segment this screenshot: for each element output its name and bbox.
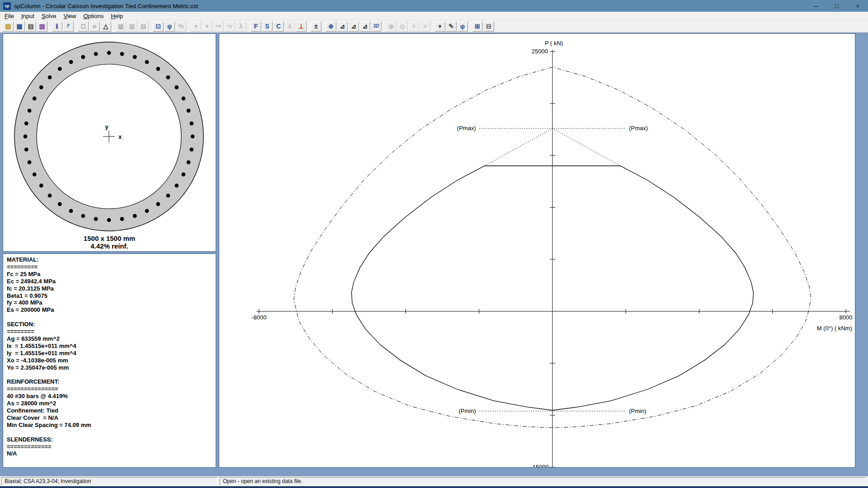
toolbar-group: □○△ <box>78 21 112 32</box>
toolbar-group: ⊡φ% <box>153 21 187 32</box>
rebar-dot <box>94 52 98 56</box>
irregular-grid-icon: + <box>194 23 198 29</box>
section-editor-icon: ✎ <box>448 23 454 29</box>
info-line <box>7 429 216 436</box>
view-3d-button[interactable]: 3D <box>371 21 382 32</box>
rebar-dot <box>69 60 73 64</box>
circular-section-button[interactable]: ○ <box>89 21 100 32</box>
info-line: Ag = 633559 mm^2 <box>7 335 216 343</box>
info-line <box>7 371 216 379</box>
rebar-dot <box>175 183 179 188</box>
m-axis-title: M (0°) ( kNm) <box>817 325 852 332</box>
open-button[interactable]: ▨ <box>3 21 14 32</box>
save-icon: ▦ <box>16 23 22 29</box>
rebar-dot <box>187 108 191 113</box>
mxmy-diagram-icon: ⊿ <box>362 23 368 29</box>
rebar-dot <box>48 75 52 80</box>
maximize-button[interactable]: □ <box>826 0 847 12</box>
add-remove-loads-button[interactable]: ± <box>311 21 321 32</box>
section-preview-panel: yx 1500 x 1500 mm 4.42% reinf. <box>3 33 216 252</box>
menu-input[interactable]: Input <box>18 12 38 20</box>
mxmy-diagram-button[interactable]: ⊿ <box>359 21 370 32</box>
info-line: REINFORCEMENT: <box>7 378 216 385</box>
material-properties-button[interactable]: f' <box>63 21 74 32</box>
rebar-dot <box>156 67 160 71</box>
control-points-button[interactable]: C <box>273 21 284 32</box>
rebar-dot <box>107 51 111 55</box>
toolbar-group: ⊕⊿⊿⊿3D <box>326 21 382 32</box>
info-line: SECTION: <box>7 321 216 328</box>
capacity-reduction-factors-button[interactable]: φ <box>164 21 175 32</box>
print-preview-button[interactable]: ▥ <box>37 21 47 32</box>
info-line: fy = 400 MPa <box>7 299 216 306</box>
service-loads-button[interactable]: S <box>262 21 273 32</box>
add-remove-loads-icon: ± <box>314 23 318 29</box>
menu-solve[interactable]: Solve <box>38 12 60 20</box>
rebar-circular-pattern-icon: ⊡ <box>156 23 161 29</box>
app-window: sp spColumn - Circular Caisson Investiga… <box>0 0 868 488</box>
m-left-tick-label: -8000 <box>251 314 266 321</box>
rebar-dot <box>81 214 85 218</box>
dxf-export-button[interactable]: ⊟ <box>483 21 494 32</box>
toolbar-group: +✎φ <box>434 21 468 32</box>
rebar-dot <box>94 217 98 221</box>
section-captions: 1500 x 1500 mm 4.42% reinf. <box>3 235 216 250</box>
general-info-icon: ℹ <box>56 23 58 29</box>
toolbar-group: ± <box>311 21 322 32</box>
control-points-icon: C <box>276 23 281 29</box>
pmin-label-left: (Pmin) <box>458 408 476 414</box>
interaction-diagram-panel: P ( kN)25000-15000-80008000M (0°) ( kNm)… <box>219 33 855 468</box>
rebar-dot <box>28 108 32 113</box>
print-icon: ▤ <box>28 23 33 29</box>
section-editor-button[interactable]: ✎ <box>446 21 457 32</box>
menu-file[interactable]: File <box>1 12 18 20</box>
results-table-button[interactable]: ⊞ <box>472 21 483 32</box>
rebar-dot <box>24 122 28 126</box>
rebar-dot <box>24 148 28 152</box>
menu-help[interactable]: Help <box>107 12 127 20</box>
close-button[interactable]: × <box>847 0 868 12</box>
save-button[interactable]: ▦ <box>14 21 25 32</box>
rebar-dot <box>166 75 170 80</box>
info-line: 40 #30 bars @ 4.419% <box>7 393 216 400</box>
view-3d-icon: 3D <box>373 24 379 28</box>
rebar-dot <box>24 135 28 139</box>
irregular-section-icon: △ <box>104 23 108 29</box>
mm-diagram-button[interactable]: ⊿ <box>348 21 359 32</box>
rebar-circular-pattern-button[interactable]: ⊡ <box>153 21 164 32</box>
rebar-dot <box>175 85 179 89</box>
general-info-button[interactable]: ℹ <box>52 21 62 32</box>
rebar-dot <box>166 193 170 197</box>
info-line: Ix = 1.45515e+011 mm^4 <box>7 343 216 350</box>
rebar-dot <box>120 217 124 221</box>
section-axes-button[interactable]: ⊕ <box>326 21 336 32</box>
pm-diagram-button[interactable]: ⊿ <box>337 21 348 32</box>
rectangular-section-button[interactable]: □ <box>78 21 89 32</box>
rebar-dot <box>58 202 62 206</box>
rebar-dot <box>181 173 185 177</box>
x-axis-label: x <box>118 133 122 140</box>
rebar-dot <box>133 214 137 218</box>
remove-points-icon: × <box>423 23 427 29</box>
info-line: N/A <box>7 450 216 457</box>
phi-unity-button[interactable]: φ <box>457 21 468 32</box>
flip-y-icon: +y <box>227 24 232 28</box>
flip-x-icon: +x <box>216 24 221 28</box>
section-axes-icon: ⊕ <box>328 23 334 29</box>
info-line: ========= <box>7 263 216 271</box>
toolbar: ▨▦▤▥ℹf'□○△▦▥▤⊡φ%+++x+yλFSCA⊥±⊕⊿⊿⊿3D◉◎××+… <box>0 20 868 33</box>
loads-button[interactable]: ⊥ <box>296 21 307 32</box>
minimize-button[interactable]: ─ <box>806 0 826 12</box>
origin-marker-button[interactable]: + <box>434 21 445 32</box>
loads-icon: ⊥ <box>298 23 304 29</box>
irregular-section-button[interactable]: △ <box>100 21 111 32</box>
menu-options[interactable]: Options <box>80 12 107 20</box>
menu-view[interactable]: View <box>60 12 80 20</box>
rebar-dot <box>48 193 52 197</box>
toolbar-group: ℹf' <box>52 21 74 32</box>
factored-loads-button[interactable]: F <box>250 21 261 32</box>
print-button[interactable]: ▤ <box>25 21 36 32</box>
rebar-dot <box>145 60 149 64</box>
p-axis-title: P ( kN) <box>545 40 563 47</box>
pm-diagram-icon: ⊿ <box>340 23 345 29</box>
